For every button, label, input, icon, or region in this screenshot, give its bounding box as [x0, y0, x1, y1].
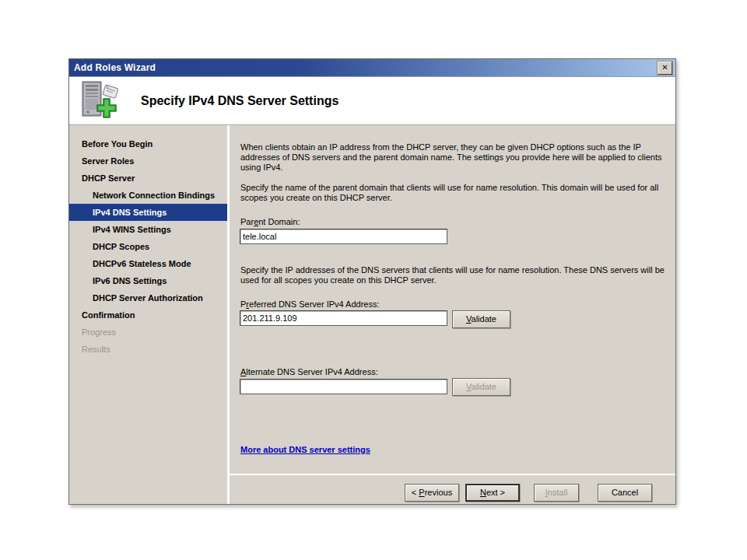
install-button[interactable]: Install: [534, 484, 579, 502]
desktop: { "window": { "title": "Add Roles Wizard…: [0, 0, 747, 560]
intro-paragraph: When clients obtain an IP address from t…: [240, 142, 670, 173]
wizard-header: Specify IPv4 DNS Server Settings: [69, 77, 675, 125]
title-bar[interactable]: Add Roles Wizard ✕: [69, 59, 675, 77]
footer-separator: [230, 474, 675, 475]
more-about-dns-settings-link[interactable]: More about DNS server settings: [240, 445, 370, 454]
parent-domain-instructions: Specify the name of the parent domain th…: [240, 183, 670, 203]
step-progress: Progress: [69, 324, 227, 341]
wizard-body: Before You Begin Server Roles DHCP Serve…: [69, 125, 675, 504]
close-button[interactable]: ✕: [658, 61, 672, 75]
window-title: Add Roles Wizard: [74, 62, 156, 73]
alternate-validate-button[interactable]: Validate: [452, 378, 510, 396]
step-dhcp-server-authorization[interactable]: DHCP Server Authorization: [69, 289, 227, 306]
cancel-button[interactable]: Cancel: [598, 484, 652, 502]
step-content-panel: When clients obtain an IP address from t…: [230, 125, 675, 504]
alternate-dns-input[interactable]: [240, 379, 447, 394]
step-ipv4-dns-settings[interactable]: IPv4 DNS Settings: [69, 204, 227, 221]
page-title: Specify IPv4 DNS Server Settings: [141, 94, 338, 108]
step-before-you-begin[interactable]: Before You Begin: [69, 135, 227, 152]
step-confirmation[interactable]: Confirmation: [69, 306, 227, 324]
alternate-dns-label: Alternate DNS Server IPv4 Address:: [240, 367, 378, 376]
preferred-dns-label: Preferred DNS Server IPv4 Address:: [240, 299, 380, 309]
close-icon: ✕: [661, 64, 668, 72]
step-results: Results: [69, 341, 227, 358]
parent-domain-input[interactable]: [240, 229, 447, 244]
step-ipv4-wins-settings[interactable]: IPv4 WINS Settings: [69, 221, 227, 238]
previous-button[interactable]: < Previous: [405, 484, 459, 502]
step-ipv6-dns-settings[interactable]: IPv6 DNS Settings: [69, 272, 227, 289]
wizard-steps-sidebar: Before You Begin Server Roles DHCP Serve…: [69, 125, 230, 504]
step-dhcpv6-stateless-mode[interactable]: DHCPv6 Stateless Mode: [69, 255, 227, 272]
server-add-icon: [79, 80, 124, 122]
step-network-connection-bindings[interactable]: Network Connection Bindings: [69, 187, 227, 204]
step-server-roles[interactable]: Server Roles: [69, 152, 227, 170]
step-dhcp-server[interactable]: DHCP Server: [69, 170, 227, 187]
parent-domain-label: Parent Domain:: [240, 217, 300, 226]
preferred-validate-button[interactable]: Validate: [452, 310, 510, 328]
dns-servers-instructions: Specify the IP addresses of the DNS serv…: [240, 265, 670, 285]
next-button[interactable]: Next >: [465, 484, 520, 502]
wizard-button-row: < Previous Next > Install Cancel: [405, 484, 652, 502]
add-roles-wizard-dialog: Add Roles Wizard ✕: [68, 58, 676, 505]
step-dhcp-scopes[interactable]: DHCP Scopes: [69, 238, 227, 255]
preferred-dns-input[interactable]: [240, 310, 447, 326]
